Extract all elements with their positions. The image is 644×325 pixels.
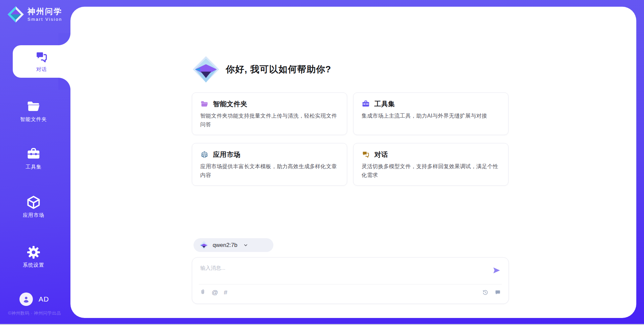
feature-cards: 智能文件夹 智能文件夹功能支持批量文件上传与清洗，轻松实现文件问答 工具集 集成… — [192, 92, 508, 186]
card-description: 集成市场上主流工具，助力AI与外界无缝扩展与对接 — [362, 112, 500, 120]
card-toolset[interactable]: 工具集 集成市场上主流工具，助力AI与外界无缝扩展与对接 — [353, 92, 508, 135]
chat-icon — [362, 150, 370, 159]
greeting-title: 你好, 我可以如何帮助你? — [226, 63, 331, 75]
sidebar-item-settings[interactable]: 系统设置 — [0, 245, 67, 268]
copyright-footer: ©神州数码 · 神州问学出品 — [3, 310, 66, 316]
composer-divider — [199, 284, 502, 284]
briefcase-icon — [362, 100, 370, 108]
greeting-block: 你好, 我可以如何帮助你? — [192, 56, 331, 83]
sidebar-item-app-market[interactable]: 应用市场 — [0, 195, 67, 218]
cube-grid-icon — [200, 150, 209, 159]
card-description: 灵活切换多模型文件，支持多样回复效果调试，满足个性化需求 — [362, 162, 500, 179]
gear-icon — [26, 245, 41, 260]
history-icon[interactable] — [482, 289, 489, 296]
card-app-market[interactable]: 应用市场 应用市场提供丰富长文本模板，助力高效生成多样化文章内容 — [192, 143, 347, 186]
sidebar-item-label: 对话 — [36, 66, 47, 73]
hashtag-icon[interactable]: # — [224, 289, 227, 296]
mention-icon[interactable]: @ — [212, 289, 218, 296]
sidebar-item-label: 工具集 — [25, 164, 42, 170]
cube-icon — [26, 195, 41, 210]
brand-name: 神州问学 — [28, 7, 62, 16]
message-input[interactable] — [200, 263, 483, 273]
chat-icon — [35, 50, 49, 64]
card-description: 智能文件夹功能支持批量文件上传与清洗，轻松实现文件问答 — [200, 112, 339, 129]
send-button[interactable] — [492, 266, 501, 275]
model-name: qwen2:7b — [213, 242, 237, 249]
folder-icon — [200, 100, 209, 108]
attachment-icon[interactable] — [200, 289, 206, 296]
app-logo: 神州问学 Smart Vision — [7, 6, 62, 23]
sidebar-item-chat[interactable]: 对话 — [13, 45, 70, 78]
person-icon — [22, 295, 31, 304]
send-icon — [492, 266, 501, 275]
sidebar-item-label: 应用市场 — [23, 212, 44, 218]
card-chat[interactable]: 对话 灵活切换多模型文件，支持多样回复效果调试，满足个性化需求 — [353, 143, 508, 186]
user-initials: AD — [39, 295, 49, 303]
sidebar-item-label: 智能文件夹 — [20, 116, 47, 123]
folder-icon — [26, 99, 41, 114]
model-diamond-icon — [200, 241, 208, 250]
brand-diamond-icon — [7, 6, 24, 23]
avatar — [19, 292, 33, 306]
chat-bubble-icon[interactable] — [494, 289, 501, 296]
card-smart-folder[interactable]: 智能文件夹 智能文件夹功能支持批量文件上传与清洗，轻松实现文件问答 — [192, 92, 347, 135]
user-profile[interactable]: AD — [19, 292, 49, 306]
sidebar-item-label: 系统设置 — [23, 262, 44, 268]
sidebar-item-smart-folder[interactable]: 智能文件夹 — [0, 99, 67, 123]
assistant-diamond-icon — [192, 56, 220, 83]
card-description: 应用市场提供丰富长文本模板，助力高效生成多样化文章内容 — [200, 162, 339, 179]
brand-subtitle: Smart Vision — [28, 17, 62, 22]
card-title: 应用市场 — [213, 150, 240, 159]
briefcase-icon — [26, 147, 41, 161]
card-title: 工具集 — [374, 100, 395, 109]
model-selector[interactable]: qwen2:7b — [194, 238, 273, 252]
chevron-down-icon — [243, 243, 248, 248]
sidebar-item-toolset[interactable]: 工具集 — [0, 147, 67, 170]
card-title: 对话 — [374, 150, 388, 159]
message-composer: @ # — [192, 257, 509, 304]
card-title: 智能文件夹 — [213, 100, 248, 109]
